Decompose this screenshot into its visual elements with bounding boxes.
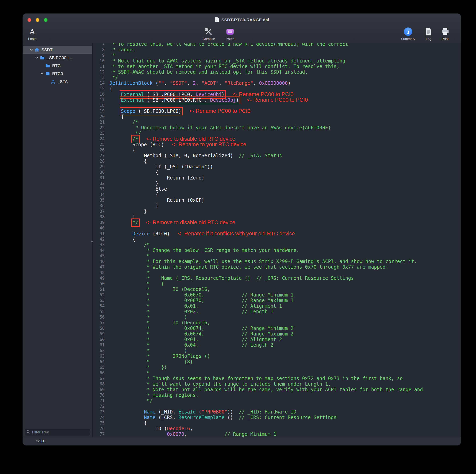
code-line[interactable]: 31 Return (Zero) <box>93 175 461 181</box>
chevron-down-icon[interactable] <box>29 49 34 51</box>
chevron-down-icon[interactable] <box>34 56 39 59</box>
code-line[interactable]: 7 * To resolve this, we'll want to creat… <box>93 43 461 47</box>
code-text: If (_OSI ("Darwin")) <box>107 164 213 169</box>
code-line[interactable]: 26 { <box>93 147 461 153</box>
code-line[interactable]: 28 { <box>93 158 461 164</box>
code-line[interactable]: 61 * 0x04, // Length 2 <box>93 342 461 348</box>
code-line[interactable]: 47 * Within the original RTC device, we … <box>93 264 461 270</box>
code-line[interactable]: 23 */ <box>93 131 461 136</box>
code-line[interactable]: 68 * we'll want to expand the range to i… <box>93 381 461 387</box>
code-line[interactable]: 10 * Note that due to AWAC systems havin… <box>93 58 461 64</box>
code-line[interactable]: 39 */<- Remove to disable old RTC device <box>93 220 461 225</box>
sidebar-item-sb-pc00-l[interactable]: _SB.PC00.L... <box>23 54 92 62</box>
pane-splitter-handle[interactable] <box>91 241 93 242</box>
code-line[interactable]: 30 { <box>93 169 461 175</box>
filter-tree-field[interactable] <box>24 429 91 436</box>
sidebar-item-ssdt[interactable]: SSDT <box>23 46 92 54</box>
code-line[interactable]: 12 * SSDT-AWAC should be removed and ins… <box>93 69 461 75</box>
code-line[interactable]: 16 External (_SB_.PC00.LPC0, DeviceObj)<… <box>93 92 461 97</box>
code-text: } <box>107 208 147 214</box>
code-line[interactable]: 66 * <box>93 370 461 376</box>
code-line[interactable]: 62 * ) <box>93 348 461 354</box>
code-line[interactable]: 36 } <box>93 203 461 208</box>
code-line[interactable]: 65 * }) <box>93 365 461 370</box>
sidebar-item-sta[interactable]: _STA <box>23 78 92 85</box>
code-line[interactable]: 55 * 0x02, // Length 1 <box>93 309 461 314</box>
code-line[interactable]: 74 Name (_CRS, ResourceTemplate () // _C… <box>93 415 461 420</box>
code-line[interactable]: 34 { <box>93 192 461 197</box>
code-line[interactable]: 37 } <box>93 208 461 214</box>
code-line[interactable]: 25 Scope (RTC)<- Rename to your RTC devi… <box>93 142 461 147</box>
code-line[interactable]: 45 * <box>93 253 461 259</box>
code-line[interactable]: 50 * { <box>93 281 461 287</box>
code-line[interactable]: 72 <box>93 404 461 409</box>
line-number: 72 <box>93 404 107 409</box>
code-line[interactable]: 8 * range. <box>93 47 461 52</box>
code-line[interactable]: 64 * {8} <box>93 359 461 365</box>
folder-icon <box>45 63 51 68</box>
sidebar-item-rtc[interactable]: RTC <box>23 62 92 70</box>
code-line[interactable]: 53 * 0x0070, // Range Maximum 1 <box>93 298 461 303</box>
title-bar[interactable]: SSDT-RTC0-RANGE.dsl <box>23 14 461 26</box>
code-line[interactable]: 75 { <box>93 420 461 426</box>
code-line[interactable]: 60 * 0x01, // Alignment 2 <box>93 337 461 342</box>
code-line[interactable]: 40 <box>93 225 461 231</box>
code-line[interactable]: 21 /* <box>93 119 461 125</box>
code-line[interactable]: 58 * 0x0074, // Range Minimum 2 <box>93 325 461 331</box>
line-number: 71 <box>93 398 107 404</box>
code-line[interactable]: 73 Name (_HID, EisaId ("PNP0B00")) // _H… <box>93 409 461 415</box>
code-line[interactable]: 44 * Change the below _CSR range to matc… <box>93 248 461 253</box>
code-line[interactable]: 18 <box>93 103 461 108</box>
annotation-box: Scope (_SB.PC00.LPC0) <box>121 108 181 114</box>
editor-pane[interactable]: 7 * To resolve this, we'll want to creat… <box>93 43 461 437</box>
code-line[interactable]: 57 * IO (Decode16, <box>93 320 461 325</box>
code-line[interactable]: 43 /* <box>93 242 461 248</box>
log-button[interactable]: Log <box>425 27 432 41</box>
code-line[interactable]: 71 */ <box>93 398 461 404</box>
compile-button[interactable]: Compile <box>203 27 215 41</box>
filter-tree-input[interactable] <box>32 430 88 435</box>
line-number: 17 <box>93 97 107 103</box>
code-line[interactable]: 32 } <box>93 181 461 186</box>
print-button[interactable]: Print <box>441 27 450 41</box>
code-line[interactable]: 54 * 0x01, // Alignment 1 <box>93 303 461 309</box>
code-line[interactable]: 14DefinitionBlock ("", "SSDT", 2, "ACDT"… <box>93 80 461 86</box>
line-number: 31 <box>93 175 107 181</box>
code-line[interactable]: 11 * to set another _STA method in your … <box>93 64 461 69</box>
code-line[interactable]: 76 IO (Decode16, <box>93 426 461 431</box>
code-line[interactable]: 13 */ <box>93 75 461 80</box>
code-line[interactable]: 46 * For this example, we'll use the Asu… <box>93 259 461 264</box>
code-line[interactable]: 56 * ) <box>93 314 461 320</box>
code-line[interactable]: 27 Method (_STA, 0, NotSerialized) // _S… <box>93 153 461 158</box>
code-line[interactable]: 63 * IRQNoFlags () <box>93 354 461 359</box>
code-line[interactable]: 15{ <box>93 86 461 92</box>
summary-button[interactable]: i Summary <box>401 27 415 41</box>
code-line[interactable]: 48 * <box>93 270 461 275</box>
code-line[interactable]: 29 If (_OSI ("Darwin")) <box>93 164 461 169</box>
code-line[interactable]: 42 { <box>93 237 461 242</box>
code-text: * Change the below _CSR range to match y… <box>107 248 299 253</box>
code-line[interactable]: 49 * Name (_CRS, ResourceTemplate () // … <box>93 275 461 281</box>
fonts-button[interactable]: A Fonts <box>28 27 37 41</box>
code-line[interactable]: 24 /*<- Remove to disable old RTC device <box>93 136 461 142</box>
code-line[interactable]: 77 0x0070, // Range Minimum 1 <box>93 431 461 437</box>
chevron-down-icon[interactable] <box>39 72 45 75</box>
code-line[interactable]: 17 External (_SB_.PC00.LPC0.RTC_, Device… <box>93 97 461 103</box>
code-line[interactable]: 67 * Though Asus seems to have forgotten… <box>93 376 461 381</box>
code-line[interactable]: 70 * missing regions. <box>93 392 461 398</box>
code-line[interactable]: 59 * 0x0074, // Range Maximum 2 <box>93 331 461 337</box>
code-line[interactable]: 35 Return (0x0F) <box>93 197 461 203</box>
code-line[interactable]: 19 Scope (_SB.PC00.LPC0)<- Rename PC00 t… <box>93 108 461 114</box>
code-line[interactable]: 9 * <box>93 52 461 58</box>
code-line[interactable]: 69 * Note that not all boards will be th… <box>93 387 461 392</box>
code-line[interactable]: 41 Device (RTC0)<- Rename if it conflict… <box>93 231 461 237</box>
patch-button[interactable]: Patch <box>225 27 235 41</box>
code-line[interactable]: 22 * Uncomment below if your ACPI doesn'… <box>93 125 461 131</box>
sidebar-item-rtc0[interactable]: RTC0 <box>23 70 92 78</box>
code-line[interactable]: 20 { <box>93 114 461 119</box>
code-line[interactable]: 38 } <box>93 214 461 220</box>
code-line[interactable]: 51 * IO (Decode16, <box>93 287 461 292</box>
code-line[interactable]: 33 Else <box>93 186 461 192</box>
code-text: * { <box>107 281 164 287</box>
code-line[interactable]: 52 * 0x0070, // Range Minimum 1 <box>93 292 461 298</box>
